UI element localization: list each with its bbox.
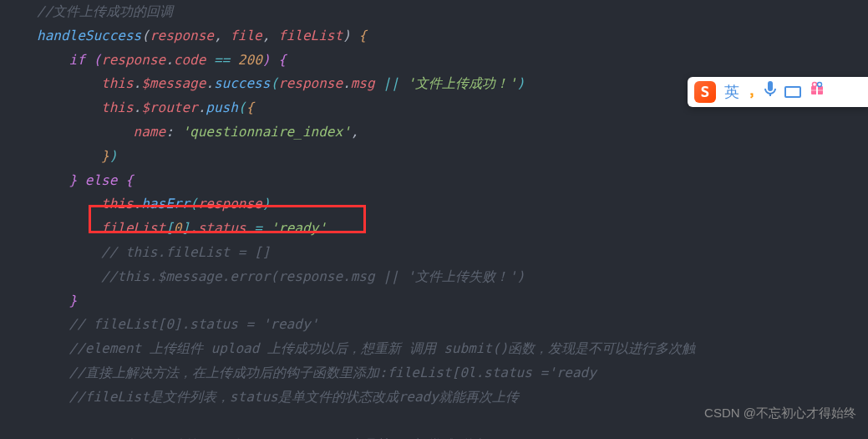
code-line: //文件上传成功的回调 xyxy=(37,0,868,24)
code-line: // setTimeout(() => { You, 11个月前 • 问卷=》修… xyxy=(37,433,868,439)
code-line: this.hasErr(response) xyxy=(37,192,868,217)
svg-point-4 xyxy=(818,82,822,86)
variable: response xyxy=(198,196,262,212)
property: code xyxy=(174,52,206,68)
comment: //直接上解决方法，在上传成功后的钩子函数里添加:fileList[0l.sta… xyxy=(69,365,596,380)
this-keyword: this xyxy=(101,75,134,91)
code-line: // fileList[0].status = 'ready' xyxy=(37,313,868,337)
operator: == xyxy=(214,52,230,68)
number: 0 xyxy=(174,220,182,236)
this-keyword: this xyxy=(101,100,134,115)
property: status xyxy=(198,220,246,236)
gift-icon[interactable] xyxy=(810,80,825,105)
this-keyword: this xyxy=(101,196,134,212)
param: fileList xyxy=(278,28,343,43)
comment: //fileList是文件列表，status是单文件的状态改成ready就能再次… xyxy=(69,389,519,405)
property: $message xyxy=(141,75,206,91)
code-line: name: 'questionnaire_index', xyxy=(37,120,868,145)
code-line: if (response.code == 200) { xyxy=(37,48,868,73)
ime-language-indicator[interactable]: 英 xyxy=(724,79,739,105)
object-key: name xyxy=(134,124,166,140)
property: $router xyxy=(141,100,197,115)
operator: || xyxy=(383,75,398,91)
method: push xyxy=(206,100,238,115)
string: 'questionnaire_index' xyxy=(181,124,350,140)
code-line: handleSuccess(response, file, fileList) … xyxy=(37,24,868,48)
property: msg xyxy=(351,75,375,91)
variable: response xyxy=(101,52,165,68)
keyword: if xyxy=(69,52,85,68)
method: hasErr xyxy=(141,196,190,212)
code-line: } xyxy=(37,289,868,314)
number: 200 xyxy=(238,52,262,68)
comment: // this.fileList = [] xyxy=(101,244,270,260)
comment: //文件上传成功的回调 xyxy=(37,3,173,19)
code-line: //this.$message.error(response.msg || '文… xyxy=(37,265,868,289)
string: '文件上传成功！' xyxy=(407,75,516,91)
comment: //this.$message.error(response.msg || '文… xyxy=(101,268,525,284)
code-line: // this.fileList = [] xyxy=(37,241,868,265)
keyword: else xyxy=(85,172,118,188)
ime-toolbar[interactable]: S 英 ⸴ xyxy=(688,77,868,107)
sogou-logo-icon[interactable]: S xyxy=(694,81,716,103)
svg-rect-2 xyxy=(811,89,823,91)
code-editor[interactable]: //文件上传成功的回调 handleSuccess(response, file… xyxy=(0,0,868,439)
keyboard-icon[interactable] xyxy=(784,86,801,98)
function-name: handleSuccess xyxy=(37,28,141,43)
ime-punctuation-icon[interactable]: ⸴ xyxy=(748,77,756,107)
code-line: fileList[0].status = 'ready' xyxy=(37,217,868,241)
code-line: //element 上传组件 upload 上传成功以后，想重新 调用 subm… xyxy=(37,337,868,361)
variable: response xyxy=(278,75,343,91)
csdn-watermark: CSDN @不忘初心才得始终 xyxy=(704,401,856,424)
string: 'ready' xyxy=(270,220,326,236)
param: file xyxy=(230,28,262,43)
method: success xyxy=(214,75,270,91)
variable: fileList xyxy=(101,220,165,236)
comment: // fileList[0].status = 'ready' xyxy=(69,316,319,332)
svg-point-3 xyxy=(813,82,817,86)
comment: //element 上传组件 upload 上传成功以后，想重新 调用 subm… xyxy=(69,340,696,356)
code-line: }) xyxy=(37,145,868,169)
code-line: //直接上解决方法，在上传成功后的钩子函数里添加:fileList[0l.sta… xyxy=(37,361,868,385)
code-line: } else { xyxy=(37,169,868,193)
microphone-icon[interactable] xyxy=(764,80,776,105)
param: response xyxy=(150,28,214,43)
